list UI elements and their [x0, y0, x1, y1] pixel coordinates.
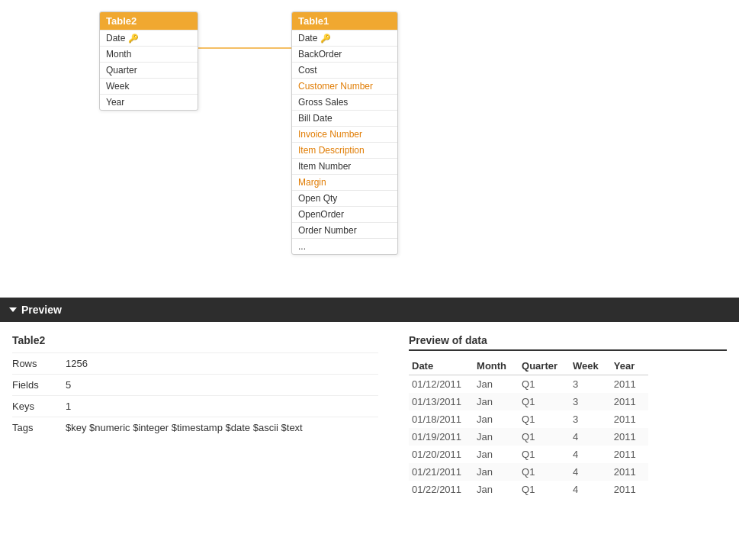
table1-key-icon: 🔑 — [320, 34, 331, 43]
table1-box: Table1 Date 🔑 BackOrder Cost Customer Nu… — [291, 11, 398, 255]
col-month: Month — [474, 357, 519, 375]
table1-date-label: Date — [298, 33, 317, 43]
table-cell: 4 — [570, 428, 611, 446]
table-cell: 3 — [570, 393, 611, 410]
table-cell: Q1 — [519, 375, 570, 394]
table1-field-customer-number[interactable]: Customer Number — [292, 78, 397, 94]
table2-box: Table2 Date 🔑 Month Quarter Week Year — [99, 11, 198, 111]
table-cell: Jan — [474, 428, 519, 446]
table-cell: Q1 — [519, 410, 570, 428]
table-row: 01/12/2011JanQ132011 — [409, 375, 648, 394]
table1-field-more: ... — [292, 238, 397, 254]
quarter-field-label: Quarter — [106, 65, 137, 76]
table-cell: 3 — [570, 375, 611, 394]
table-cell: 4 — [570, 446, 611, 463]
table2-field-quarter[interactable]: Quarter — [100, 62, 198, 78]
keys-value: 1 — [66, 401, 71, 412]
table-cell: 2011 — [611, 393, 648, 410]
table1-field-margin[interactable]: Margin — [292, 174, 397, 190]
item-description-label: Item Description — [298, 145, 365, 156]
fields-label: Fields — [12, 379, 66, 391]
table-cell: 3 — [570, 410, 611, 428]
table1-field-backorder[interactable]: BackOrder — [292, 46, 397, 62]
table-cell: 2011 — [611, 410, 648, 428]
table2-field-month[interactable]: Month — [100, 46, 198, 62]
week-field-label: Week — [106, 81, 129, 92]
table-cell: 2011 — [611, 428, 648, 446]
invoice-number-label: Invoice Number — [298, 129, 362, 140]
table-cell: 01/19/2011 — [409, 428, 474, 446]
col-quarter: Quarter — [519, 357, 570, 375]
table1-field-invoice-number[interactable]: Invoice Number — [292, 126, 397, 142]
table1-field-bill-date[interactable]: Bill Date — [292, 110, 397, 126]
table-info-panel: Table2 Rows 1256 Fields 5 Keys 1 Tags $k… — [12, 334, 378, 498]
table2-header: Table2 — [100, 12, 198, 30]
table2-field-date[interactable]: Date 🔑 — [100, 30, 198, 46]
table2-field-week[interactable]: Week — [100, 78, 198, 94]
table-row: 01/20/2011JanQ142011 — [409, 446, 648, 463]
table1-field-order-number[interactable]: Order Number — [292, 222, 397, 238]
order-number-label: Order Number — [298, 225, 357, 236]
col-week: Week — [570, 357, 611, 375]
info-row-rows: Rows 1256 — [12, 352, 378, 374]
table1-field-cost[interactable]: Cost — [292, 62, 397, 78]
table-cell: 4 — [570, 463, 611, 481]
table-cell: 01/20/2011 — [409, 446, 474, 463]
diagram-area: Table2 Date 🔑 Month Quarter Week Year Ta… — [0, 0, 739, 298]
table1-header: Table1 — [292, 12, 397, 30]
table-cell: Jan — [474, 375, 519, 394]
rows-label: Rows — [12, 358, 66, 369]
table-cell: Q1 — [519, 428, 570, 446]
table-cell: 01/22/2011 — [409, 481, 474, 498]
table1-field-open-qty[interactable]: Open Qty — [292, 190, 397, 206]
table1-field-openorder[interactable]: OpenOrder — [292, 206, 397, 222]
table-cell: Jan — [474, 410, 519, 428]
preview-table: Date Month Quarter Week Year 01/12/2011J… — [409, 357, 648, 498]
table-cell: 2011 — [611, 446, 648, 463]
cost-label: Cost — [298, 65, 317, 76]
item-number-label: Item Number — [298, 161, 351, 172]
table-row: 01/19/2011JanQ142011 — [409, 428, 648, 446]
preview-section: Preview — [0, 298, 739, 322]
table-cell: Q1 — [519, 393, 570, 410]
data-preview-panel: Preview of data Date Month Quarter Week … — [409, 334, 727, 498]
table-cell: Jan — [474, 463, 519, 481]
table-row: 01/18/2011JanQ132011 — [409, 410, 648, 428]
open-qty-label: Open Qty — [298, 193, 337, 204]
date-field-label: Date — [106, 33, 125, 43]
data-preview-title: Preview of data — [409, 334, 727, 351]
margin-label: Margin — [298, 177, 326, 188]
preview-table-head: Date Month Quarter Week Year — [409, 357, 648, 375]
tags-value: $key $numeric $integer $timestamp $date … — [66, 422, 303, 433]
table-cell: 01/18/2011 — [409, 410, 474, 428]
tags-label: Tags — [12, 422, 66, 433]
table1-field-item-description[interactable]: Item Description — [292, 142, 397, 158]
preview-content: Table2 Rows 1256 Fields 5 Keys 1 Tags $k… — [0, 322, 739, 510]
table1-field-item-number[interactable]: Item Number — [292, 158, 397, 174]
table-cell: Jan — [474, 481, 519, 498]
table-cell: Jan — [474, 393, 519, 410]
preview-title: Preview — [21, 304, 62, 316]
table-cell: Q1 — [519, 446, 570, 463]
table2-field-year[interactable]: Year — [100, 94, 198, 110]
rows-value: 1256 — [66, 358, 88, 369]
month-field-label: Month — [106, 49, 131, 60]
info-row-fields: Fields 5 — [12, 374, 378, 395]
fields-value: 5 — [66, 379, 71, 391]
preview-table-header-row: Date Month Quarter Week Year — [409, 357, 648, 375]
key-icon: 🔑 — [128, 34, 139, 43]
openorder-label: OpenOrder — [298, 209, 344, 220]
col-year: Year — [611, 357, 648, 375]
table1-field-date[interactable]: Date 🔑 — [292, 30, 397, 46]
table1-field-gross-sales[interactable]: Gross Sales — [292, 94, 397, 110]
bill-date-label: Bill Date — [298, 113, 333, 124]
year-field-label: Year — [106, 97, 124, 108]
info-row-keys: Keys 1 — [12, 395, 378, 417]
table-cell: 01/21/2011 — [409, 463, 474, 481]
col-date: Date — [409, 357, 474, 375]
table-cell: 2011 — [611, 375, 648, 394]
more-label: ... — [298, 241, 306, 252]
table-cell: Jan — [474, 446, 519, 463]
table-row: 01/13/2011JanQ132011 — [409, 393, 648, 410]
customer-number-label: Customer Number — [298, 81, 373, 92]
